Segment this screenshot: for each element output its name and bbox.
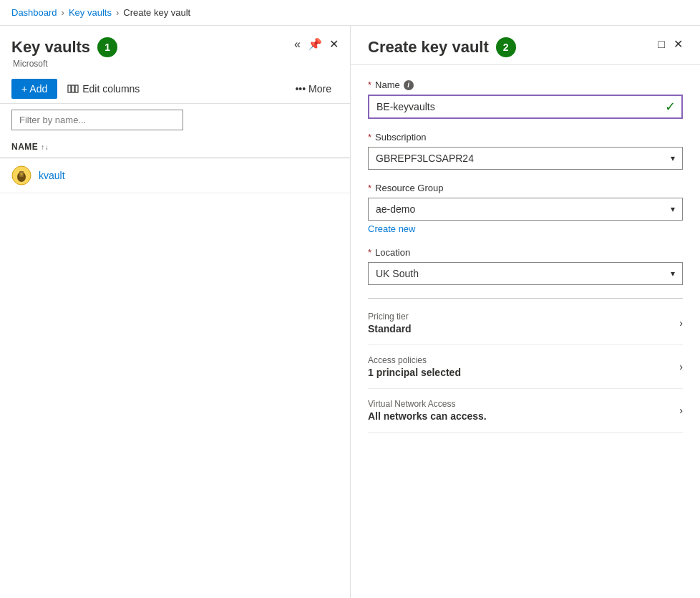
pricing-tier-value: Standard (368, 323, 412, 334)
resource-group-required: * (368, 183, 371, 193)
filter-input[interactable] (11, 110, 183, 130)
access-policies-nav[interactable]: Access policies 1 principal selected › (368, 345, 683, 389)
left-header: Key vaults 1 Microsoft « 📌 ✕ (0, 26, 350, 74)
filter-bar (0, 104, 350, 136)
step-badge-2: 2 (496, 37, 516, 57)
vnet-value: All networks can access. (368, 410, 487, 422)
access-policies-label: Access policies (368, 355, 461, 365)
edit-columns-label: Edit columns (82, 83, 140, 95)
name-check-icon: ✓ (659, 99, 681, 115)
left-title-block: Key vaults 1 Microsoft (11, 37, 117, 69)
name-label-text: Name (375, 79, 400, 90)
subscription-value: GBREPF3LCSAPR24 (376, 153, 474, 164)
breadcrumb-sep-1: › (62, 7, 64, 18)
location-label: * Location (368, 247, 683, 258)
right-title: Create key vault 2 (368, 37, 516, 57)
left-panel: Key vaults 1 Microsoft « 📌 ✕ + Add Edit … (0, 26, 351, 598)
right-header: Create key vault 2 □ ✕ (351, 26, 700, 65)
breadcrumb-keyvaults[interactable]: Key vaults (69, 7, 112, 18)
toolbar: + Add Edit columns ••• More (0, 74, 350, 104)
more-label: More (308, 83, 331, 95)
access-policies-left: Access policies 1 principal selected (368, 355, 461, 378)
svg-rect-1 (72, 85, 74, 92)
subscription-chevron: ▾ (671, 153, 675, 163)
sort-icon[interactable]: ↑↓ (41, 143, 49, 151)
subscription-label-text: Subscription (375, 132, 427, 143)
name-label: * Name i (368, 79, 683, 90)
resource-group-label: * Resource Group (368, 183, 683, 193)
location-dropdown[interactable]: UK South ▾ (368, 262, 683, 285)
breadcrumb: Dashboard › Key vaults › Create key vaul… (11, 7, 190, 18)
close-left-icon[interactable]: ✕ (329, 37, 339, 51)
access-policies-arrow: › (679, 361, 683, 372)
svg-rect-6 (21, 173, 23, 175)
subscription-required: * (368, 132, 371, 143)
pricing-tier-label: Pricing tier (368, 312, 412, 322)
subscription-label: * Subscription (368, 132, 683, 143)
collapse-icon[interactable]: « (294, 38, 301, 51)
right-panel: Create key vault 2 □ ✕ * Name i ✓ (351, 26, 700, 598)
name-info-icon[interactable]: i (404, 80, 414, 90)
more-dots: ••• (295, 83, 306, 95)
access-policies-value: 1 principal selected (368, 367, 461, 378)
top-bar: Dashboard › Key vaults › Create key vaul… (0, 0, 700, 26)
right-title-text: Create key vault (368, 38, 489, 57)
breadcrumb-dashboard[interactable]: Dashboard (11, 7, 57, 18)
resource-group-chevron: ▾ (671, 204, 675, 214)
subscription-group: * Subscription GBREPF3LCSAPR24 ▾ (368, 132, 683, 170)
subscription-dropdown[interactable]: GBREPF3LCSAPR24 ▾ (368, 147, 683, 170)
edit-columns-icon (67, 83, 79, 95)
resource-group-dropdown[interactable]: ae-demo ▾ (368, 198, 683, 221)
location-required: * (368, 247, 371, 258)
vnet-left: Virtual Network Access All networks can … (368, 399, 487, 422)
location-group: * Location UK South ▾ (368, 247, 683, 285)
svg-rect-2 (75, 85, 78, 92)
svg-rect-0 (68, 85, 71, 92)
maximize-icon[interactable]: □ (658, 38, 665, 51)
name-required: * (368, 79, 371, 90)
left-subtitle: Microsoft (13, 59, 117, 69)
add-button[interactable]: + Add (11, 79, 57, 99)
vault-icon (11, 165, 31, 185)
pricing-tier-arrow: › (679, 317, 683, 329)
more-button[interactable]: ••• More (288, 79, 339, 99)
location-value: UK South (376, 268, 419, 279)
resource-group-label-text: Resource Group (375, 183, 443, 193)
vnet-label: Virtual Network Access (368, 399, 487, 409)
pin-icon[interactable]: 📌 (308, 37, 322, 51)
pricing-tier-left: Pricing tier Standard (368, 312, 412, 334)
name-input[interactable] (369, 96, 659, 117)
main-layout: Key vaults 1 Microsoft « 📌 ✕ + Add Edit … (0, 26, 700, 598)
right-content: * Name i ✓ * Subscription GBREPF3LCSAPR2… (351, 65, 700, 598)
vnet-nav[interactable]: Virtual Network Access All networks can … (368, 389, 683, 433)
edit-columns-button[interactable]: Edit columns (60, 79, 147, 99)
close-right-icon[interactable]: ✕ (674, 37, 683, 51)
vault-name-link[interactable]: kvault (39, 170, 65, 181)
name-input-wrapper: ✓ (368, 95, 683, 119)
name-column-header: NAME ↑↓ (11, 142, 49, 152)
location-chevron: ▾ (671, 269, 675, 279)
create-new-link[interactable]: Create new (368, 223, 415, 234)
vnet-arrow: › (679, 405, 683, 416)
left-title-text: Key vaults (11, 38, 90, 57)
table-header: NAME ↑↓ (0, 136, 350, 158)
left-title: Key vaults 1 (11, 37, 117, 57)
name-group: * Name i ✓ (368, 79, 683, 119)
divider-1 (368, 298, 683, 299)
breadcrumb-sep-2: › (116, 7, 119, 18)
breadcrumb-current: Create key vault (123, 7, 190, 18)
right-header-icons: □ ✕ (658, 37, 683, 51)
resource-group-group: * Resource Group ae-demo ▾ Create new (368, 183, 683, 234)
step-badge-1: 1 (97, 37, 117, 57)
resource-group-value: ae-demo (376, 203, 415, 215)
left-header-icons: « 📌 ✕ (294, 37, 339, 51)
location-label-text: Location (375, 247, 410, 258)
pricing-tier-nav[interactable]: Pricing tier Standard › (368, 302, 683, 345)
table-row[interactable]: kvault (0, 158, 350, 193)
